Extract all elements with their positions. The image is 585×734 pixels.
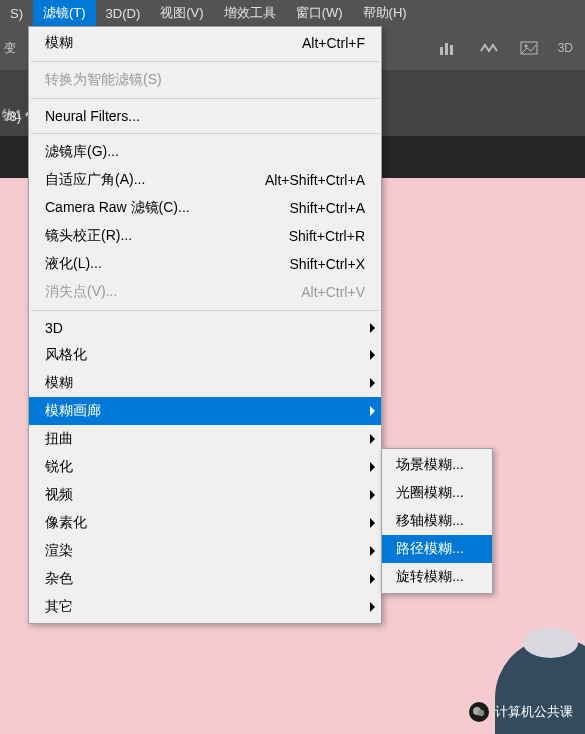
menu-item-label: 模糊 <box>45 374 73 392</box>
menu-item-shortcut: Shift+Ctrl+X <box>290 256 365 272</box>
wechat-icon <box>469 702 489 722</box>
menu-blur-gallery[interactable]: 模糊画廊 <box>29 397 381 425</box>
menu-item-label: 场景模糊... <box>396 456 464 474</box>
menu-distort[interactable]: 扭曲 <box>29 425 381 453</box>
menu-item-label: Neural Filters... <box>45 108 140 124</box>
menu-item-shortcut: Alt+Ctrl+F <box>302 35 365 51</box>
menu-item-label: 旋转模糊... <box>396 568 464 586</box>
submenu-tilt-shift[interactable]: 移轴模糊... <box>382 507 492 535</box>
menu-3d-sub[interactable]: 3D <box>29 315 381 341</box>
svg-point-4 <box>524 45 527 48</box>
menu-item-label: 渲染 <box>45 542 73 560</box>
submenu-iris-blur[interactable]: 光圈模糊... <box>382 479 492 507</box>
svg-point-6 <box>478 710 484 716</box>
menu-item-shortcut: Alt+Shift+Ctrl+A <box>265 172 365 188</box>
menu-item-shortcut: Shift+Ctrl+A <box>290 200 365 216</box>
menu-item-label: 移轴模糊... <box>396 512 464 530</box>
menu-item-label: 锐化 <box>45 458 73 476</box>
menu-last-filter[interactable]: 模糊 Alt+Ctrl+F <box>29 29 381 57</box>
menu-stylize[interactable]: 风格化 <box>29 341 381 369</box>
submenu-field-blur[interactable]: 场景模糊... <box>382 451 492 479</box>
submenu-arrow-icon <box>370 434 375 444</box>
submenu-arrow-icon <box>370 518 375 528</box>
menu-separator <box>31 61 379 62</box>
submenu-arrow-icon <box>370 406 375 416</box>
menu-item-label: 转换为智能滤镜(S) <box>45 71 162 89</box>
menu-liquify[interactable]: 液化(L)... Shift+Ctrl+X <box>29 250 381 278</box>
menu-item-label: 扭曲 <box>45 430 73 448</box>
svg-rect-0 <box>440 47 443 55</box>
wave-icon[interactable] <box>478 39 500 57</box>
menu-lens-correction[interactable]: 镜头校正(R)... Shift+Ctrl+R <box>29 222 381 250</box>
menu-noise[interactable]: 杂色 <box>29 565 381 593</box>
menu-video[interactable]: 视频 <box>29 481 381 509</box>
image-icon[interactable] <box>518 39 540 57</box>
menu-item-label: 像素化 <box>45 514 87 532</box>
menu-item-label: 路径模糊... <box>396 540 464 558</box>
menu-other[interactable]: 其它 <box>29 593 381 621</box>
menu-item-label: 其它 <box>45 598 73 616</box>
menu-adaptive-wide-angle[interactable]: 自适应广角(A)... Alt+Shift+Ctrl+A <box>29 166 381 194</box>
menubar: S) 滤镜(T) 3D(D) 视图(V) 增效工具 窗口(W) 帮助(H) <box>0 0 585 26</box>
menu-convert-smart: 转换为智能滤镜(S) <box>29 66 381 94</box>
submenu-arrow-icon <box>370 350 375 360</box>
submenu-arrow-icon <box>370 323 375 333</box>
menu-camera-raw[interactable]: Camera Raw 滤镜(C)... Shift+Ctrl+A <box>29 194 381 222</box>
menu-item-label: 模糊 <box>45 34 73 52</box>
menu-item-label: 风格化 <box>45 346 87 364</box>
menu-window[interactable]: 窗口(W) <box>286 0 353 26</box>
menu-blur[interactable]: 模糊 <box>29 369 381 397</box>
submenu-arrow-icon <box>370 546 375 556</box>
svg-rect-1 <box>445 43 448 55</box>
menu-separator <box>31 98 379 99</box>
submenu-spin-blur[interactable]: 旋转模糊... <box>382 563 492 591</box>
menu-item-label: 杂色 <box>45 570 73 588</box>
blur-gallery-submenu: 场景模糊... 光圈模糊... 移轴模糊... 路径模糊... 旋转模糊... <box>381 448 493 594</box>
menu-item-label: 液化(L)... <box>45 255 102 273</box>
menu-3d[interactable]: 3D(D) <box>96 2 151 25</box>
watermark-text: 计算机公共课 <box>495 703 573 721</box>
submenu-arrow-icon <box>370 378 375 388</box>
menu-separator <box>31 310 379 311</box>
submenu-arrow-icon <box>370 490 375 500</box>
filter-menu: 模糊 Alt+Ctrl+F 转换为智能滤镜(S) Neural Filters.… <box>28 26 382 624</box>
menu-filter-gallery[interactable]: 滤镜库(G)... <box>29 138 381 166</box>
menu-item-label: 模糊画廊 <box>45 402 101 420</box>
menu-neural-filters[interactable]: Neural Filters... <box>29 103 381 129</box>
menu-item-shortcut: Alt+Ctrl+V <box>301 284 365 300</box>
submenu-arrow-icon <box>370 574 375 584</box>
menu-item-label: 视频 <box>45 486 73 504</box>
menu-help[interactable]: 帮助(H) <box>353 0 417 26</box>
submenu-arrow-icon <box>370 602 375 612</box>
menu-view[interactable]: 视图(V) <box>150 0 213 26</box>
submenu-path-blur[interactable]: 路径模糊... <box>382 535 492 563</box>
menu-sharpen[interactable]: 锐化 <box>29 453 381 481</box>
menu-render[interactable]: 渲染 <box>29 537 381 565</box>
watermark: 计算机公共课 <box>469 702 573 722</box>
menu-item-label: 消失点(V)... <box>45 283 117 301</box>
menu-item-label: 光圈模糊... <box>396 484 464 502</box>
menu-vanishing-point: 消失点(V)... Alt+Ctrl+V <box>29 278 381 306</box>
menu-filter[interactable]: 滤镜(T) <box>33 0 96 26</box>
menu-trunc[interactable]: S) <box>0 2 33 25</box>
menu-pixelate[interactable]: 像素化 <box>29 509 381 537</box>
menu-separator <box>31 133 379 134</box>
menu-plugins[interactable]: 增效工具 <box>214 0 286 26</box>
bars-icon[interactable] <box>438 39 460 57</box>
menu-item-label: 3D <box>45 320 63 336</box>
svg-rect-2 <box>450 45 453 55</box>
submenu-arrow-icon <box>370 462 375 472</box>
options-left: 变 <box>4 40 16 57</box>
options-3d-text[interactable]: 3D <box>558 41 573 55</box>
menu-item-label: 滤镜库(G)... <box>45 143 119 161</box>
menu-item-label: 自适应广角(A)... <box>45 171 145 189</box>
menu-item-label: Camera Raw 滤镜(C)... <box>45 199 190 217</box>
menu-item-label: 镜头校正(R)... <box>45 227 132 245</box>
sidebar-fragment: 物1 <box>2 106 22 124</box>
menu-item-shortcut: Shift+Ctrl+R <box>289 228 365 244</box>
